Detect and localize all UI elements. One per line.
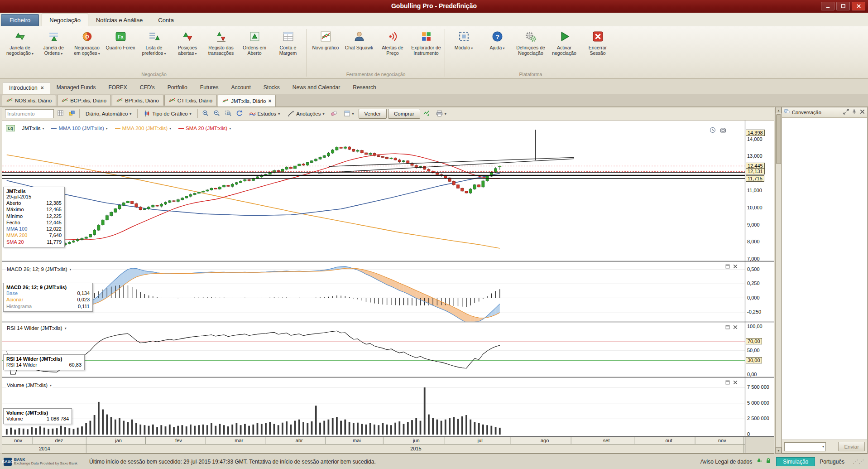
forex-board-icon: Fx bbox=[115, 36, 127, 44]
rsi-restore-button[interactable] bbox=[725, 324, 730, 332]
caret-down-icon: ▾ bbox=[129, 112, 131, 116]
workspace-tab-cfd-s[interactable]: CFD's bbox=[134, 82, 161, 94]
menu-tab-conta[interactable]: Conta bbox=[150, 14, 182, 26]
rsi-close-small-button[interactable] bbox=[733, 324, 738, 332]
minimize-button[interactable] bbox=[821, 2, 834, 10]
chart-tab-bpi-xlis-di-rio[interactable]: BPI:xlis, Diário bbox=[112, 95, 163, 106]
legend-symbol[interactable]: JMT:xlis▾ bbox=[22, 126, 44, 131]
sell-button[interactable]: Vender bbox=[359, 109, 387, 119]
chat-messages-area[interactable] bbox=[782, 118, 867, 440]
workspace-tab-news-and-calendar[interactable]: News and Calendar bbox=[286, 82, 346, 94]
ribbon-m-dulo[interactable]: Módulo ▾ bbox=[447, 28, 480, 51]
restore-icon bbox=[725, 263, 730, 271]
instrument-grid-button[interactable] bbox=[55, 109, 65, 119]
chart-tab-icon bbox=[116, 97, 123, 104]
eraser-button[interactable] bbox=[329, 109, 339, 119]
legend-mma200[interactable]: MMA 200 (JMT:xlis)▾ bbox=[115, 126, 171, 131]
layout-dropdown[interactable]: ▾ bbox=[340, 109, 357, 119]
pin-button[interactable] bbox=[851, 108, 857, 116]
workspace-tab-account[interactable]: Account bbox=[225, 82, 257, 94]
macd-restore-button[interactable] bbox=[725, 263, 730, 271]
chart-type-dropdown[interactable]: Tipo de Gráfico▾ bbox=[140, 109, 194, 119]
volume-restore-button[interactable] bbox=[725, 379, 730, 387]
reset-zoom-button[interactable] bbox=[235, 109, 245, 119]
workspace-tab-portfolio[interactable]: Portfolio bbox=[161, 82, 194, 94]
send-button[interactable]: Enviar bbox=[838, 442, 865, 451]
ribbon-ajuda[interactable]: ?Ajuda ▾ bbox=[480, 28, 514, 51]
tooltip-symbol: JMT:xlis bbox=[6, 189, 62, 194]
buy-button[interactable]: Comprar bbox=[388, 109, 420, 119]
workspace-tab-forex[interactable]: FOREX bbox=[102, 82, 133, 94]
instrument-input[interactable] bbox=[5, 109, 54, 118]
chart-tab-bcp-xlis-di-rio[interactable]: BCP:xlis, Diário bbox=[57, 95, 111, 106]
volume-pane-label[interactable]: Volume (JMT:xlis)▾ bbox=[6, 382, 53, 388]
expand-button[interactable] bbox=[843, 108, 849, 116]
print-dropdown[interactable]: ▾ bbox=[433, 109, 450, 119]
ribbon-explorador-de-instrumento[interactable]: Explorador de Instrumento bbox=[409, 28, 443, 57]
menu-tab-ficheiro[interactable]: Ficheiro bbox=[1, 14, 39, 26]
workspace-tab-managed-funds[interactable]: Managed Funds bbox=[50, 82, 102, 94]
vertical-scrollbar[interactable]: ▲ ▼ bbox=[775, 107, 782, 454]
close-tab-icon[interactable]: × bbox=[41, 85, 44, 91]
chart-toolbar: Diário, Automático▾Tipo de Gráfico▾Estud… bbox=[2, 107, 774, 121]
macd-pane-label[interactable]: MACD 26; 12; 9 (JMT:xlis)▾ bbox=[6, 266, 72, 272]
price-chart-canvas[interactable]: novdezjanfevmarabrmaijunjulagosetoutnov2… bbox=[2, 121, 774, 453]
chat-recipient-select[interactable]: ▾ bbox=[784, 442, 826, 451]
annotations-dropdown[interactable]: Anotações▾ bbox=[284, 109, 327, 119]
open-orders-icon bbox=[249, 36, 261, 44]
workspace-tab-research[interactable]: Research bbox=[346, 82, 382, 94]
volume-close-small-button[interactable] bbox=[733, 379, 738, 387]
ribbon-lista-de-preferidos[interactable]: Lista de preferidos ▾ bbox=[137, 28, 171, 57]
zoom-in-button[interactable] bbox=[201, 109, 211, 119]
tooltip-row: Máximo12,465 bbox=[6, 206, 62, 213]
resize-grip[interactable]: ⋰⋰ bbox=[853, 459, 864, 465]
maximize-button[interactable] bbox=[836, 2, 850, 10]
studies-dropdown[interactable]: Estudos▾ bbox=[246, 109, 283, 119]
close-small-button[interactable] bbox=[859, 108, 865, 116]
menu-tab-not-cias-e-an-lise[interactable]: Notícias e Análise bbox=[88, 14, 150, 26]
workspace-tab-futures[interactable]: Futures bbox=[194, 82, 225, 94]
close-tab-icon[interactable]: × bbox=[268, 98, 271, 104]
ribbon-ordens-em-aberto[interactable]: Ordens em Aberto bbox=[238, 28, 271, 57]
ribbon-activar-negocia-o[interactable]: Activar negociação bbox=[547, 28, 581, 57]
ribbon-janela-de-ordens[interactable]: Janela de Ordens ▾ bbox=[37, 28, 70, 57]
rsi-pane-label[interactable]: RSI 14 Wilder (JMT:xlis)▾ bbox=[6, 325, 67, 331]
ribbon-quadro-forex[interactable]: FxQuadro Forex bbox=[104, 28, 137, 51]
chart-tab-ctt-xlis-di-rio[interactable]: CTT:xlis, Diário bbox=[164, 95, 217, 106]
ribbon-encerrar-sess-o[interactable]: Encerrar Sessão bbox=[581, 28, 614, 57]
ribbon-registo-das-transac-es[interactable]: Registo das transacções bbox=[204, 28, 238, 57]
clock-button[interactable] bbox=[710, 127, 716, 135]
trade-from-chart-button[interactable] bbox=[422, 109, 432, 119]
scroll-down-icon[interactable]: ▼ bbox=[776, 447, 782, 454]
menu-tab-negocia-o[interactable]: Negociação bbox=[42, 14, 88, 26]
macd-close-small-button[interactable] bbox=[733, 263, 738, 271]
ribbon-conta-e-margem[interactable]: Conta e Margem bbox=[271, 28, 305, 57]
ribbon-posi-es-abertas[interactable]: Posições abertas ▾ bbox=[171, 28, 204, 57]
ribbon-negocia-o-em-op-es[interactable]: ONegociação em opções ▾ bbox=[70, 28, 104, 57]
instrument-link-button[interactable] bbox=[67, 109, 77, 119]
ribbon-defini-es-de-negocia-o[interactable]: Definições de Negociação bbox=[514, 28, 547, 57]
scrollbar-thumb[interactable] bbox=[776, 114, 781, 164]
chart-tab-jmt-xlis-di-rio[interactable]: JMT:xlis, Diário× bbox=[218, 95, 276, 106]
chart-tab-nos-xlis-di-rio[interactable]: NOS:xlis, Diário bbox=[2, 95, 56, 106]
instrument-type-badge: Eq bbox=[6, 125, 15, 131]
workspace-tab-introduction[interactable]: Introduction× bbox=[3, 82, 50, 94]
zoom-area-button[interactable] bbox=[223, 109, 233, 119]
close-button[interactable] bbox=[852, 2, 865, 10]
legal-notice-link[interactable]: Aviso Legal de dados bbox=[700, 459, 753, 465]
tooltip-date: 29-jul-2015 bbox=[6, 194, 62, 199]
camera-button[interactable] bbox=[720, 127, 726, 135]
workspace-tab-stocks[interactable]: Stocks bbox=[257, 82, 286, 94]
scroll-up-icon[interactable]: ▲ bbox=[776, 107, 782, 113]
ribbon-novo-gr-fico[interactable]: Novo gráfico bbox=[309, 28, 342, 51]
period-dropdown[interactable]: Diário, Automático▾ bbox=[82, 109, 134, 119]
legend-sma20[interactable]: SMA 20 (JMT:xlis)▾ bbox=[178, 126, 231, 131]
zoom-out-button[interactable] bbox=[212, 109, 222, 119]
chart-tab-icon bbox=[6, 97, 13, 104]
price-tick: 9,000 bbox=[747, 222, 760, 227]
ribbon-janela-de-negocia-o[interactable]: Janela de negociação ▾ bbox=[3, 28, 37, 57]
language-selector[interactable]: Português bbox=[820, 459, 844, 465]
ribbon-alertas-de-pre-o[interactable]: Alertas de Preço bbox=[376, 28, 409, 57]
ribbon-chat-squawk[interactable]: Chat Squawk bbox=[342, 28, 376, 51]
legend-mma100[interactable]: MMA 100 (JMT:xlis)▾ bbox=[51, 126, 107, 131]
